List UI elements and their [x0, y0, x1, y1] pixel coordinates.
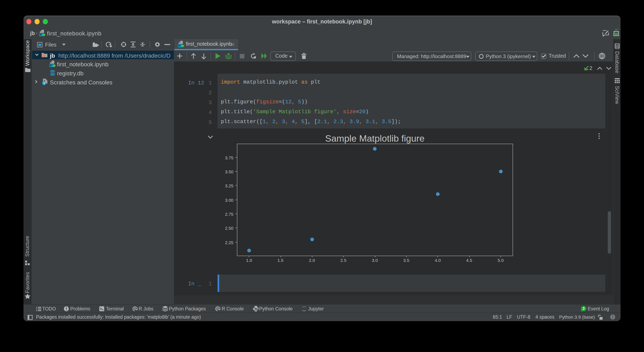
- svg-text:R: R: [216, 307, 219, 311]
- svg-text:R: R: [134, 307, 136, 311]
- svg-text:IP: IP: [40, 33, 42, 36]
- svg-text:IP: IP: [50, 64, 52, 67]
- svg-text:IP: IP: [178, 44, 181, 47]
- svg-text:3: 3: [582, 307, 584, 311]
